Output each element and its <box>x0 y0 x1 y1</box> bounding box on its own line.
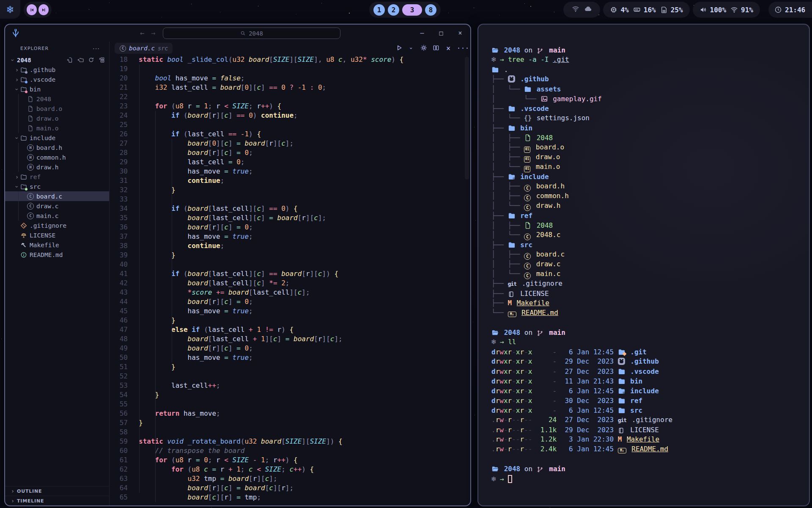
more-actions-button[interactable]: ··· <box>457 44 464 52</box>
folder-git-icon <box>618 348 625 356</box>
folder-icon <box>20 135 27 141</box>
file-row-2048[interactable]: 2048 <box>5 94 109 104</box>
file-row-common.h[interactable]: Hcommon.h <box>5 152 109 162</box>
code-line-38: 38 continue; <box>110 241 470 251</box>
line-number: 34 <box>110 204 128 213</box>
collapse-all-button[interactable] <box>98 57 105 64</box>
cfile-icon: C <box>524 204 531 211</box>
code-line-19: 19 <box>110 64 470 74</box>
command-search-box[interactable]: 2048 <box>163 28 340 39</box>
folder-open-icon <box>491 47 499 54</box>
navigate-back-button[interactable]: ← <box>137 28 147 38</box>
explorer-root-folder[interactable]: › 2048 <box>5 55 109 65</box>
code-line-61: 61 for (u8 r = 0; r < SIZE - 1; r++) { <box>110 456 470 465</box>
minimize-button[interactable]: – <box>417 28 427 38</box>
file-icon <box>27 105 34 112</box>
file-row-include[interactable]: ›include <box>5 133 109 143</box>
system-stats[interactable]: 4%16%25% <box>603 2 689 18</box>
file-row-.github[interactable]: ›.github <box>5 65 109 75</box>
terminal-line: │ └── {} settings.json <box>491 113 809 123</box>
hammer-icon <box>20 242 27 248</box>
img-icon <box>540 95 548 103</box>
file-row-draw.o[interactable]: draw.o <box>5 113 109 123</box>
panel-outline[interactable]: ›OUTLINE <box>5 486 109 496</box>
code-line-56: 56 return has_move; <box>110 409 470 418</box>
c-file-icon: C <box>27 203 34 210</box>
file-row-draw.h[interactable]: Hdraw.h <box>5 162 109 172</box>
code-line-24: 24 if (board[r][c] == 0) continue; <box>110 111 470 120</box>
code-line-21: 21 i32 last_cell = board[0][c] == 0 ? -1… <box>110 83 470 92</box>
refresh-button[interactable] <box>88 57 94 64</box>
new-file-button[interactable] <box>66 57 73 64</box>
file-row-.gitignore[interactable]: .gitignore <box>5 221 109 230</box>
file-row-LICENSE[interactable]: LICENSE <box>5 230 109 240</box>
code-line-36: 36 board[r][c] = 0; <box>110 223 470 232</box>
file-row-bin[interactable]: ›bin <box>5 84 109 94</box>
file-row-src[interactable]: ›src <box>5 182 109 191</box>
file-row-board.c[interactable]: Cboard.c <box>5 191 109 201</box>
file-row-main.o[interactable]: main.o <box>5 123 109 133</box>
explorer-more-button[interactable]: ··· <box>93 45 100 52</box>
file-row-Makefile[interactable]: Makefile <box>5 240 109 250</box>
folder-src-icon <box>20 183 27 190</box>
file-row-board.h[interactable]: Hboard.h <box>5 143 109 152</box>
tab-board.c[interactable]: C board.c src <box>115 43 173 54</box>
new-folder-button[interactable] <box>77 57 84 64</box>
line-number: 31 <box>110 176 128 185</box>
clock-value: 21:46 <box>785 6 805 14</box>
navigate-forward-button[interactable]: → <box>148 28 158 38</box>
clock[interactable]: 21:46 <box>768 2 812 18</box>
settings-gear-button[interactable] <box>420 44 428 52</box>
workspace-1[interactable]: 1 <box>373 4 385 16</box>
workspace-3-active[interactable]: 3 <box>402 4 422 16</box>
file-row-draw.c[interactable]: Cdraw.c <box>5 201 109 211</box>
workspace-8[interactable]: 8 <box>425 4 436 16</box>
scales-icon <box>20 232 27 239</box>
obj-icon: 01 <box>524 156 530 163</box>
file-row-.vscode[interactable]: ›.vscode <box>5 75 109 84</box>
line-number: 33 <box>110 195 128 204</box>
run-dropdown-button[interactable]: › <box>408 44 415 52</box>
terminal-line: .rw-r--r-- 1.1k 29 Dec 2023 LICENSE <box>491 425 809 434</box>
terminal-line: ├── LICENSE <box>491 288 809 298</box>
mdfile-icon: M↓ <box>508 312 516 317</box>
close-editor-button[interactable]: × <box>444 44 452 52</box>
split-editor-button[interactable] <box>432 44 440 52</box>
terminal-window[interactable]: 2048 on main❄ → tree -a -I .git .├── .gi… <box>477 24 810 506</box>
code-line-51: 51 } <box>110 362 470 372</box>
terminal-line <box>491 318 809 327</box>
media-skip-forward-button[interactable] <box>38 4 49 15</box>
panel-timeline[interactable]: ›TIMELINE <box>5 496 109 505</box>
launcher-button[interactable]: ❄ <box>0 0 20 19</box>
media-controls <box>24 2 52 18</box>
media-skip-back-button[interactable] <box>27 4 37 15</box>
line-number: 51 <box>110 362 128 372</box>
editor-title-bar[interactable]: ← → 2048 –□× <box>5 25 470 41</box>
maximize-button[interactable]: □ <box>436 28 446 38</box>
file-label: .vscode <box>30 76 55 83</box>
file-label: Makefile <box>30 242 59 248</box>
file-row-README.md[interactable]: README.md <box>5 250 109 260</box>
workspace-2[interactable]: 2 <box>388 4 399 16</box>
file-label: src <box>30 183 41 190</box>
wifi-stat: 91% <box>730 6 753 14</box>
terminal-line: └── M↓ README.md <box>491 308 809 318</box>
branch-icon <box>537 329 544 337</box>
run-button[interactable] <box>395 44 403 52</box>
indent-guide <box>172 139 172 362</box>
chevron-down-icon: › <box>9 58 16 63</box>
file-row-board.o[interactable]: board.o <box>5 104 109 113</box>
line-number: 55 <box>110 400 128 409</box>
code-area[interactable]: 18static bool _slide_col(u32 board[SIZE]… <box>110 55 470 505</box>
editor-scrollbar[interactable] <box>465 57 469 179</box>
network-tray[interactable] <box>563 2 600 18</box>
terminal-line: drwxr-xr-x - 27 Dec 2023 .vscode <box>491 366 809 376</box>
file-row-ref[interactable]: ›ref <box>5 172 109 182</box>
volume-network-stats[interactable]: 100%91% <box>693 2 760 18</box>
root-folder-label: 2048 <box>17 57 31 64</box>
indent-guide <box>155 111 156 502</box>
file-label: main.o <box>36 125 58 132</box>
code-line-54: 54 } <box>110 390 470 400</box>
file-row-main.c[interactable]: Cmain.c <box>5 211 109 221</box>
close-button[interactable]: × <box>455 28 465 38</box>
